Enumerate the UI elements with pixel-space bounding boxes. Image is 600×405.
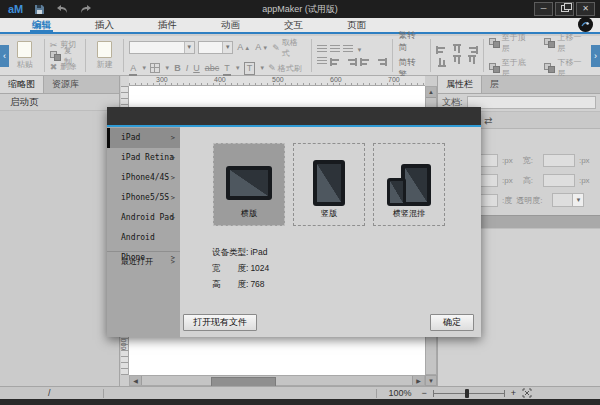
- scroll-right-button[interactable]: ▶: [412, 376, 424, 385]
- dialog-title-bar[interactable]: [107, 107, 481, 127]
- chevron-right-icon: >: [171, 168, 175, 188]
- menu-item[interactable]: 插入: [93, 17, 116, 33]
- app-badge-icon[interactable]: [578, 17, 593, 32]
- up-layer-icon: [544, 38, 555, 48]
- indent-decrease-button[interactable]: [317, 45, 327, 54]
- grab-format-button[interactable]: ✎取格式: [272, 37, 305, 59]
- menu-item[interactable]: 页面: [345, 17, 368, 33]
- menu-item[interactable]: 动画: [219, 17, 242, 33]
- tablet-shape: [226, 166, 272, 200]
- move-up-layer-button[interactable]: 上移一层: [544, 32, 589, 54]
- width-label: 宽:: [523, 155, 533, 166]
- align-text-center-button[interactable]: [345, 58, 357, 66]
- trad-to-simp-button[interactable]: 繁转简: [399, 30, 424, 54]
- text-border-button[interactable]: T: [244, 62, 256, 75]
- right-panel-tabbar: 属性栏层: [438, 76, 600, 94]
- minimize-button[interactable]: ─: [534, 2, 553, 16]
- device-item-label: iPad Retina: [121, 153, 174, 162]
- line-spacing-button[interactable]: [343, 45, 353, 54]
- italic-button[interactable]: I: [185, 63, 190, 74]
- collapse-toolbar-button[interactable]: ‹: [0, 45, 9, 67]
- device-item[interactable]: iPhone4/4S>: [107, 168, 180, 188]
- list-button[interactable]: [317, 57, 327, 66]
- font-color-button[interactable]: A: [129, 63, 137, 74]
- scroll-down-button[interactable]: ▼: [425, 375, 437, 386]
- indent-increase-button[interactable]: [330, 45, 340, 54]
- swap-icon[interactable]: ⇄: [484, 115, 492, 126]
- tab-item[interactable]: 资源库: [44, 76, 87, 93]
- underline-button[interactable]: U: [192, 63, 201, 74]
- device-item[interactable]: iPhone5/5S>: [107, 188, 180, 208]
- align-left-button[interactable]: [436, 46, 448, 54]
- align-middle-v-button[interactable]: [453, 55, 461, 67]
- strikethrough-button[interactable]: abc: [204, 63, 221, 74]
- device-info-value: 768: [250, 276, 264, 292]
- bring-to-front-button[interactable]: 至于顶层: [489, 32, 534, 54]
- open-existing-file-button[interactable]: 打开现有文件: [183, 314, 257, 331]
- font-family-select[interactable]: ▼: [129, 41, 194, 54]
- device-info-label: 高 度:: [212, 276, 248, 292]
- device-info-label: 设备类型:: [212, 244, 248, 260]
- zoom-slider-thumb[interactable]: [465, 389, 469, 398]
- align-top-button[interactable]: [438, 55, 446, 67]
- copy-button[interactable]: 复制: [50, 51, 80, 61]
- expand-toolbar-button[interactable]: ›: [591, 45, 600, 67]
- new-document-icon: [97, 41, 112, 58]
- maximize-icon: [561, 5, 569, 12]
- zoom-out-button[interactable]: −: [422, 388, 427, 398]
- app-window: aM appMaker (试用版) ─ ✕ 编辑插入插件动画交互页面 ‹ 粘贴 …: [0, 0, 600, 405]
- zoom-in-button[interactable]: +: [511, 388, 516, 398]
- device-item[interactable]: Android Phone>: [107, 228, 180, 248]
- paste-button[interactable]: 粘贴: [9, 36, 41, 75]
- font-size-select[interactable]: ▼: [198, 41, 234, 54]
- text-underline-button[interactable]: T: [223, 63, 231, 74]
- maximize-button[interactable]: [555, 2, 574, 16]
- bottom-strip: [0, 399, 600, 405]
- align-text-left-button[interactable]: [330, 58, 342, 66]
- tab-active[interactable]: 缩略图: [0, 76, 44, 93]
- format-painter-label: 格式刷: [278, 63, 302, 74]
- device-item[interactable]: iPad>: [107, 128, 180, 148]
- delete-button[interactable]: ✖删除: [50, 62, 80, 72]
- ok-button[interactable]: 确定: [430, 314, 474, 331]
- device-item[interactable]: 最近打开>: [107, 251, 180, 272]
- tab-active[interactable]: 属性栏: [438, 76, 482, 93]
- device-info-value: iPad: [250, 244, 267, 260]
- align-right-button[interactable]: [466, 46, 478, 54]
- new-button[interactable]: 新建: [89, 36, 121, 75]
- fit-screen-icon[interactable]: [522, 388, 532, 398]
- device-item[interactable]: Android Pad>: [107, 208, 180, 228]
- format-painter-button[interactable]: ✎格式刷: [268, 63, 302, 74]
- page-item[interactable]: 启动页: [0, 94, 119, 111]
- scroll-up-button[interactable]: ▲: [426, 87, 436, 98]
- orientation-card-mixed[interactable]: 横竖混排: [373, 143, 445, 226]
- document-input[interactable]: [467, 96, 596, 109]
- width-input[interactable]: [543, 154, 575, 167]
- horizontal-scrollbar[interactable]: ◀ ▶: [129, 375, 425, 386]
- orientation-card-landscape[interactable]: 横版: [213, 143, 285, 226]
- zoom-slider[interactable]: [433, 393, 505, 394]
- menu-item[interactable]: 编辑: [30, 17, 53, 33]
- orientation-card-portrait[interactable]: 竖版: [293, 143, 365, 226]
- bold-button[interactable]: B: [173, 63, 182, 74]
- thumbnail-panel: 缩略图资源库 启动页: [0, 76, 120, 386]
- scroll-left-button[interactable]: ◀: [130, 376, 142, 385]
- tab-item[interactable]: 层: [482, 76, 507, 93]
- height-input[interactable]: [543, 174, 575, 187]
- device-item[interactable]: iPad Retina>: [107, 148, 180, 168]
- fill-border-button[interactable]: [150, 63, 160, 73]
- align-text-justify-button[interactable]: [375, 58, 387, 66]
- increase-font-button[interactable]: A▲: [236, 42, 251, 54]
- menu-item[interactable]: 交互: [282, 17, 305, 33]
- tablet-screen: [405, 168, 427, 202]
- align-bottom-button[interactable]: [468, 55, 476, 67]
- save-icon[interactable]: [32, 3, 46, 15]
- menu-item[interactable]: 插件: [156, 17, 179, 33]
- opacity-select[interactable]: ▼: [552, 193, 584, 207]
- close-button[interactable]: ✕: [576, 2, 595, 16]
- grab-format-label: 取格式: [282, 37, 306, 59]
- align-text-right-button[interactable]: [360, 58, 372, 66]
- redo-icon[interactable]: [78, 3, 92, 15]
- undo-icon[interactable]: [55, 3, 69, 15]
- decrease-font-button[interactable]: A▼: [254, 42, 269, 54]
